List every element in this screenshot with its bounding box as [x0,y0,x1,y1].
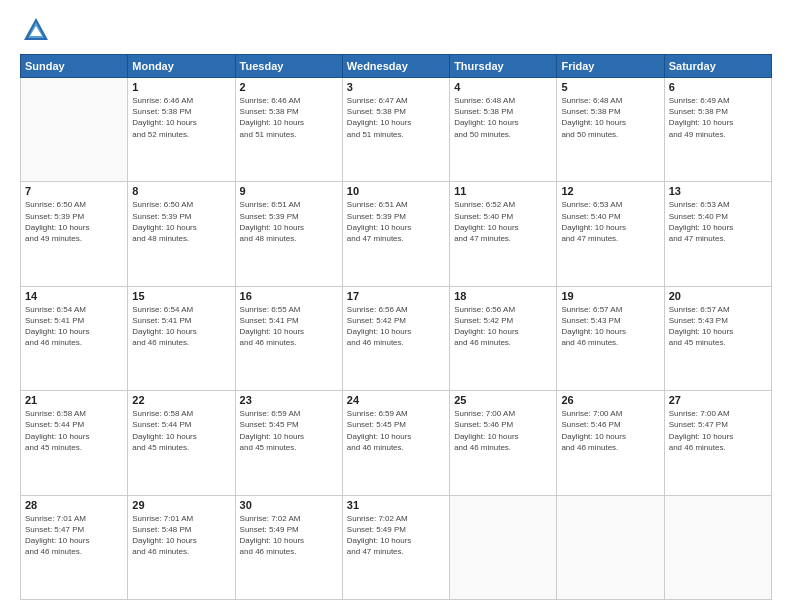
day-number: 22 [132,394,230,406]
day-detail: Sunrise: 7:01 AM Sunset: 5:47 PM Dayligh… [25,513,123,558]
day-number: 27 [669,394,767,406]
calendar-cell: 23Sunrise: 6:59 AM Sunset: 5:45 PM Dayli… [235,391,342,495]
day-detail: Sunrise: 6:50 AM Sunset: 5:39 PM Dayligh… [132,199,230,244]
calendar-cell: 28Sunrise: 7:01 AM Sunset: 5:47 PM Dayli… [21,495,128,599]
day-number: 21 [25,394,123,406]
calendar-cell: 7Sunrise: 6:50 AM Sunset: 5:39 PM Daylig… [21,182,128,286]
day-detail: Sunrise: 6:54 AM Sunset: 5:41 PM Dayligh… [25,304,123,349]
day-detail: Sunrise: 6:55 AM Sunset: 5:41 PM Dayligh… [240,304,338,349]
day-detail: Sunrise: 7:02 AM Sunset: 5:49 PM Dayligh… [240,513,338,558]
calendar-cell: 17Sunrise: 6:56 AM Sunset: 5:42 PM Dayli… [342,286,449,390]
day-number: 24 [347,394,445,406]
day-number: 26 [561,394,659,406]
day-number: 11 [454,185,552,197]
calendar-cell: 10Sunrise: 6:51 AM Sunset: 5:39 PM Dayli… [342,182,449,286]
day-number: 14 [25,290,123,302]
day-number: 8 [132,185,230,197]
day-number: 19 [561,290,659,302]
calendar-cell [450,495,557,599]
day-number: 25 [454,394,552,406]
calendar-cell: 21Sunrise: 6:58 AM Sunset: 5:44 PM Dayli… [21,391,128,495]
day-detail: Sunrise: 6:48 AM Sunset: 5:38 PM Dayligh… [561,95,659,140]
day-number: 31 [347,499,445,511]
calendar-cell: 14Sunrise: 6:54 AM Sunset: 5:41 PM Dayli… [21,286,128,390]
day-detail: Sunrise: 6:54 AM Sunset: 5:41 PM Dayligh… [132,304,230,349]
calendar-header: SundayMondayTuesdayWednesdayThursdayFrid… [21,55,772,78]
day-number: 16 [240,290,338,302]
calendar-cell: 15Sunrise: 6:54 AM Sunset: 5:41 PM Dayli… [128,286,235,390]
calendar-cell: 13Sunrise: 6:53 AM Sunset: 5:40 PM Dayli… [664,182,771,286]
day-detail: Sunrise: 6:53 AM Sunset: 5:40 PM Dayligh… [561,199,659,244]
calendar-table: SundayMondayTuesdayWednesdayThursdayFrid… [20,54,772,600]
day-number: 20 [669,290,767,302]
weekday-header-wednesday: Wednesday [342,55,449,78]
day-detail: Sunrise: 6:48 AM Sunset: 5:38 PM Dayligh… [454,95,552,140]
page: SundayMondayTuesdayWednesdayThursdayFrid… [0,0,792,612]
calendar-cell: 24Sunrise: 6:59 AM Sunset: 5:45 PM Dayli… [342,391,449,495]
day-detail: Sunrise: 6:52 AM Sunset: 5:40 PM Dayligh… [454,199,552,244]
calendar-cell: 2Sunrise: 6:46 AM Sunset: 5:38 PM Daylig… [235,78,342,182]
weekday-header-tuesday: Tuesday [235,55,342,78]
day-detail: Sunrise: 6:49 AM Sunset: 5:38 PM Dayligh… [669,95,767,140]
calendar-cell: 27Sunrise: 7:00 AM Sunset: 5:47 PM Dayli… [664,391,771,495]
day-number: 5 [561,81,659,93]
day-detail: Sunrise: 6:46 AM Sunset: 5:38 PM Dayligh… [240,95,338,140]
calendar-cell: 11Sunrise: 6:52 AM Sunset: 5:40 PM Dayli… [450,182,557,286]
logo [20,16,50,44]
weekday-header-friday: Friday [557,55,664,78]
calendar-cell: 16Sunrise: 6:55 AM Sunset: 5:41 PM Dayli… [235,286,342,390]
calendar-body: 1Sunrise: 6:46 AM Sunset: 5:38 PM Daylig… [21,78,772,600]
weekday-header-thursday: Thursday [450,55,557,78]
day-detail: Sunrise: 6:56 AM Sunset: 5:42 PM Dayligh… [347,304,445,349]
day-detail: Sunrise: 7:00 AM Sunset: 5:46 PM Dayligh… [561,408,659,453]
calendar-cell: 6Sunrise: 6:49 AM Sunset: 5:38 PM Daylig… [664,78,771,182]
weekday-row: SundayMondayTuesdayWednesdayThursdayFrid… [21,55,772,78]
day-number: 9 [240,185,338,197]
day-detail: Sunrise: 7:01 AM Sunset: 5:48 PM Dayligh… [132,513,230,558]
day-detail: Sunrise: 6:50 AM Sunset: 5:39 PM Dayligh… [25,199,123,244]
day-number: 29 [132,499,230,511]
day-number: 7 [25,185,123,197]
calendar-cell: 18Sunrise: 6:56 AM Sunset: 5:42 PM Dayli… [450,286,557,390]
week-row-1: 7Sunrise: 6:50 AM Sunset: 5:39 PM Daylig… [21,182,772,286]
day-detail: Sunrise: 6:59 AM Sunset: 5:45 PM Dayligh… [240,408,338,453]
day-detail: Sunrise: 6:56 AM Sunset: 5:42 PM Dayligh… [454,304,552,349]
calendar-cell: 31Sunrise: 7:02 AM Sunset: 5:49 PM Dayli… [342,495,449,599]
calendar-cell: 30Sunrise: 7:02 AM Sunset: 5:49 PM Dayli… [235,495,342,599]
day-detail: Sunrise: 6:59 AM Sunset: 5:45 PM Dayligh… [347,408,445,453]
day-number: 12 [561,185,659,197]
day-number: 1 [132,81,230,93]
day-number: 18 [454,290,552,302]
calendar-cell: 26Sunrise: 7:00 AM Sunset: 5:46 PM Dayli… [557,391,664,495]
day-detail: Sunrise: 6:46 AM Sunset: 5:38 PM Dayligh… [132,95,230,140]
header [20,16,772,44]
calendar-cell: 1Sunrise: 6:46 AM Sunset: 5:38 PM Daylig… [128,78,235,182]
calendar-cell: 12Sunrise: 6:53 AM Sunset: 5:40 PM Dayli… [557,182,664,286]
day-detail: Sunrise: 6:57 AM Sunset: 5:43 PM Dayligh… [669,304,767,349]
week-row-2: 14Sunrise: 6:54 AM Sunset: 5:41 PM Dayli… [21,286,772,390]
day-number: 23 [240,394,338,406]
calendar-cell: 29Sunrise: 7:01 AM Sunset: 5:48 PM Dayli… [128,495,235,599]
calendar-cell [557,495,664,599]
day-number: 17 [347,290,445,302]
day-detail: Sunrise: 6:53 AM Sunset: 5:40 PM Dayligh… [669,199,767,244]
day-number: 4 [454,81,552,93]
calendar-cell: 5Sunrise: 6:48 AM Sunset: 5:38 PM Daylig… [557,78,664,182]
calendar-cell: 20Sunrise: 6:57 AM Sunset: 5:43 PM Dayli… [664,286,771,390]
day-number: 2 [240,81,338,93]
day-detail: Sunrise: 6:58 AM Sunset: 5:44 PM Dayligh… [132,408,230,453]
day-number: 28 [25,499,123,511]
weekday-header-sunday: Sunday [21,55,128,78]
calendar-cell: 25Sunrise: 7:00 AM Sunset: 5:46 PM Dayli… [450,391,557,495]
day-number: 13 [669,185,767,197]
logo-text [20,16,50,44]
week-row-3: 21Sunrise: 6:58 AM Sunset: 5:44 PM Dayli… [21,391,772,495]
week-row-4: 28Sunrise: 7:01 AM Sunset: 5:47 PM Dayli… [21,495,772,599]
calendar-cell: 8Sunrise: 6:50 AM Sunset: 5:39 PM Daylig… [128,182,235,286]
week-row-0: 1Sunrise: 6:46 AM Sunset: 5:38 PM Daylig… [21,78,772,182]
calendar-cell: 4Sunrise: 6:48 AM Sunset: 5:38 PM Daylig… [450,78,557,182]
weekday-header-saturday: Saturday [664,55,771,78]
day-number: 6 [669,81,767,93]
day-detail: Sunrise: 7:00 AM Sunset: 5:47 PM Dayligh… [669,408,767,453]
calendar-cell: 22Sunrise: 6:58 AM Sunset: 5:44 PM Dayli… [128,391,235,495]
